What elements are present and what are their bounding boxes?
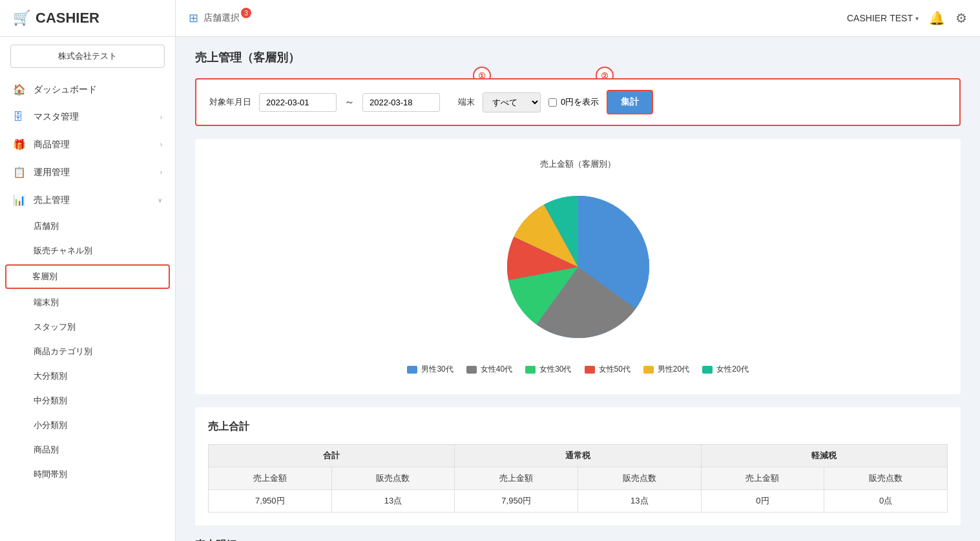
chart-title: 売上金額（客層別） xyxy=(540,158,616,170)
user-name: CASHIER xyxy=(847,13,887,23)
chevron-down-icon: ▾ xyxy=(915,15,919,22)
zero-display-checkbox[interactable] xyxy=(548,98,557,107)
legend-item-women30: 女性30代 xyxy=(525,364,571,375)
cell-total-units: 13点 xyxy=(331,490,455,513)
header-group-reduced-tax: 軽減税 xyxy=(701,445,947,467)
top-header: 🛒 CASHIER ⊞ 店舗選択 3 CASHIER TEST ▾ 🔔 ⚙ xyxy=(0,0,980,37)
sales-icon: 📊 xyxy=(13,194,26,206)
header-normal-sales: 売上金額 xyxy=(455,467,578,490)
product-icon: 🎁 xyxy=(13,138,26,151)
cell-total-sales: 7,950円 xyxy=(209,490,332,513)
legend-color-women50 xyxy=(585,366,595,374)
page-title: 売上管理（客層別） xyxy=(195,50,961,65)
master-label: マスタ管理 xyxy=(34,111,152,123)
legend-item-women20: 女性20代 xyxy=(702,364,748,375)
legend-color-women30 xyxy=(525,366,536,374)
sidebar-sub-by-small[interactable]: 小分類別 xyxy=(0,413,175,438)
sidebar-sub-by-time[interactable]: 時間帯別 xyxy=(0,462,175,487)
zero-display-label: 0円を表示 xyxy=(561,96,599,108)
tilde-label: ～ xyxy=(344,96,355,109)
grid-icon: ⊞ xyxy=(189,11,198,25)
sidebar-item-master[interactable]: 🗄 マスタ管理 › xyxy=(0,103,175,131)
header-group-total: 合計 xyxy=(209,445,455,467)
legend-label-women40: 女性40代 xyxy=(481,364,512,375)
sidebar-item-operation[interactable]: 📋 運用管理 › xyxy=(0,158,175,186)
sales-chevron-icon: ∨ xyxy=(158,196,162,204)
store-select-button[interactable]: ⊞ 店舗選択 3 xyxy=(189,11,255,25)
logo: 🛒 CASHIER xyxy=(13,10,99,27)
sidebar-item-sales[interactable]: 📊 売上管理 ∨ xyxy=(0,186,175,214)
pie-chart xyxy=(494,183,662,351)
cart-icon: 🛒 xyxy=(13,10,30,27)
legend-item-women40: 女性40代 xyxy=(466,364,512,375)
settings-icon[interactable]: ⚙ xyxy=(955,10,967,26)
terminal-select[interactable]: すべて xyxy=(483,92,541,112)
product-chevron-icon: › xyxy=(160,141,162,148)
legend-label-men30: 男性30代 xyxy=(421,364,453,375)
user-role: TEST xyxy=(890,13,913,23)
header-total-sales: 売上金額 xyxy=(209,467,332,490)
filter-bar: 対象年月日 ～ 端末 すべて 0円を表示 集計 xyxy=(195,78,961,126)
sales-label: 売上管理 xyxy=(34,195,150,206)
legend-item-men20: 男性20代 xyxy=(643,364,689,375)
aggregate-button[interactable]: 集計 xyxy=(607,90,653,114)
sidebar-sub-by-staff[interactable]: スタッフ別 xyxy=(0,315,175,339)
user-info[interactable]: CASHIER TEST ▾ xyxy=(847,13,919,23)
cell-normal-sales: 7,950円 xyxy=(455,490,578,513)
sidebar-sub-by-large[interactable]: 大分類別 xyxy=(0,364,175,388)
cell-reduced-units: 0点 xyxy=(824,490,948,513)
layout: 株式会社テスト 🏠 ダッシュボード 🗄 マスタ管理 › 🎁 商品管理 › 📋 運… xyxy=(0,37,980,541)
sidebar-sub-by-product[interactable]: 商品別 xyxy=(0,438,175,462)
home-icon: 🏠 xyxy=(13,83,26,96)
terminal-label: 端末 xyxy=(458,96,475,108)
main-content: 売上管理（客層別） ① ② 対象年月日 ～ 端末 すべて xyxy=(176,37,980,541)
operation-icon: 📋 xyxy=(13,166,26,178)
sidebar-item-dashboard[interactable]: 🏠 ダッシュボード xyxy=(0,76,175,103)
legend-color-men20 xyxy=(643,366,654,374)
date-from-input[interactable] xyxy=(259,93,337,112)
dashboard-label: ダッシュボード xyxy=(34,84,162,96)
date-label: 対象年月日 xyxy=(209,96,251,108)
legend-label-women30: 女性30代 xyxy=(539,364,571,375)
zero-display-checkbox-group[interactable]: 0円を表示 xyxy=(548,96,599,108)
breakdown-title: 売上明細 xyxy=(195,538,961,541)
header-total-units: 販売点数 xyxy=(331,467,455,490)
database-icon: 🗄 xyxy=(13,111,26,123)
sidebar-sub-by-mid[interactable]: 中分類別 xyxy=(0,388,175,413)
sidebar-sub-by-customer[interactable]: 客層別 xyxy=(5,264,170,289)
sidebar: 株式会社テスト 🏠 ダッシュボード 🗄 マスタ管理 › 🎁 商品管理 › 📋 運… xyxy=(0,37,176,541)
header-group-normal-tax: 通常税 xyxy=(455,445,701,467)
company-name: 株式会社テスト xyxy=(10,45,165,68)
sidebar-sub-by-category[interactable]: 商品カテゴリ別 xyxy=(0,339,175,364)
date-to-input[interactable] xyxy=(362,93,440,112)
sidebar-sub-by-terminal[interactable]: 端末別 xyxy=(0,290,175,315)
summary-title: 売上合計 xyxy=(208,420,948,434)
master-chevron-icon: › xyxy=(160,114,162,121)
store-select-label: 店舗選択 xyxy=(203,12,240,24)
header-reduced-sales: 売上金額 xyxy=(701,467,824,490)
summary-table: 合計 通常税 軽減税 売上金額 販売点数 売上金額 販売点数 売上金額 販売点数 xyxy=(208,444,948,513)
sidebar-sub-by-channel[interactable]: 販売チャネル別 xyxy=(0,239,175,263)
operation-label: 運用管理 xyxy=(34,167,152,178)
operation-chevron-icon: › xyxy=(160,169,162,176)
table-row: 7,950円 13点 7,950円 13点 0円 0点 xyxy=(209,490,948,513)
sidebar-item-product[interactable]: 🎁 商品管理 › xyxy=(0,131,175,158)
legend-color-women40 xyxy=(466,366,477,374)
legend-label-men20: 男性20代 xyxy=(658,364,689,375)
legend-item-men30: 男性30代 xyxy=(407,364,453,375)
header-nav: ⊞ 店舗選択 3 xyxy=(176,11,834,25)
product-label: 商品管理 xyxy=(34,139,152,151)
legend-item-women50: 女性50代 xyxy=(585,364,631,375)
header-reduced-units: 販売点数 xyxy=(824,467,948,490)
sidebar-sub-by-store[interactable]: 店舗別 xyxy=(0,214,175,239)
legend-color-women20 xyxy=(702,366,713,374)
header-normal-units: 販売点数 xyxy=(578,467,701,490)
logo-text: CASHIER xyxy=(36,10,99,27)
chart-section: 売上金額（客層別） xyxy=(195,139,961,394)
notification-icon[interactable]: 🔔 xyxy=(929,10,945,26)
logo-area: 🛒 CASHIER xyxy=(0,0,176,36)
summary-section: 売上合計 合計 通常税 軽減税 売上金額 販売点数 売上金額 販売点数 売上金額… xyxy=(195,407,961,525)
legend-label-women20: 女性20代 xyxy=(716,364,748,375)
cell-normal-units: 13点 xyxy=(578,490,701,513)
header-right: CASHIER TEST ▾ 🔔 ⚙ xyxy=(834,10,980,26)
